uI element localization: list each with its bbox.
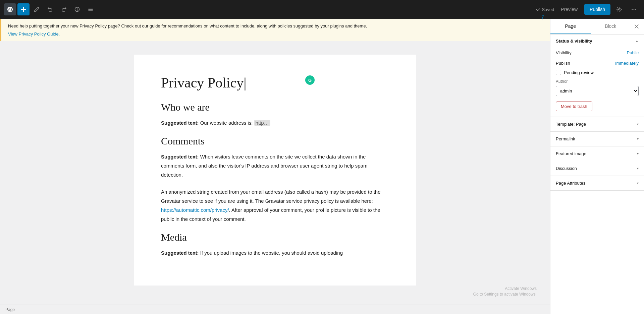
pending-review-checkbox[interactable] — [556, 70, 561, 75]
featured-image-header[interactable]: Featured image ▾ — [550, 146, 644, 161]
toolbar-right: Saved Preview Publish — [536, 3, 640, 15]
wp-logo[interactable] — [4, 3, 16, 15]
info-button[interactable] — [71, 3, 83, 15]
status-bar: Page — [0, 305, 550, 314]
permalink-section: Permalink ▾ — [550, 132, 644, 146]
svg-point-2 — [632, 9, 633, 10]
body-text-comments-1: Suggested text: When visitors leave comm… — [161, 152, 389, 179]
tab-page[interactable]: Page — [550, 19, 591, 34]
discussion-section: Discussion ▾ — [550, 161, 644, 176]
author-label: Author — [556, 79, 639, 84]
template-section: Template: Page ▾ — [550, 117, 644, 132]
sidebar-scroll: Status & visibility ▲ Visibility Public … — [550, 35, 644, 314]
page-attributes-chevron: ▾ — [637, 181, 639, 185]
undo-button[interactable] — [44, 3, 56, 15]
editor-area: Need help putting together your new Priv… — [0, 19, 550, 314]
visibility-label: Visibility — [556, 50, 572, 55]
section-heading-comments: Comments — [161, 135, 389, 147]
close-sidebar-button[interactable] — [631, 20, 643, 33]
discussion-chevron: ▾ — [637, 167, 639, 170]
sidebar: Page Block Status & visibility ▲ Visibil… — [550, 19, 644, 314]
more-options-button[interactable] — [628, 3, 640, 15]
publish-value[interactable]: Immediately — [615, 61, 639, 66]
publish-button[interactable]: Publish — [584, 4, 610, 15]
visibility-value[interactable]: Public — [627, 50, 639, 55]
activate-windows-watermark: Activate Windows Go to Settings to activ… — [473, 286, 537, 297]
page-attributes-title: Page Attributes — [556, 181, 585, 186]
permalink-title: Permalink — [556, 136, 575, 141]
settings-button[interactable] — [613, 3, 625, 15]
editor-content: Privacy Policy Who we are Suggested text… — [134, 55, 416, 286]
notice-text: Need help putting together your new Priv… — [8, 23, 367, 28]
pending-review-row: Pending review — [556, 68, 639, 78]
discussion-title: Discussion — [556, 166, 577, 171]
edit-button[interactable] — [31, 3, 43, 15]
visibility-row: Visibility Public — [556, 48, 639, 58]
publish-row: Publish Immediately — [556, 58, 639, 68]
body-text-comments-2: An anonymized string created from your e… — [161, 187, 389, 224]
content-scroll[interactable]: Privacy Policy Who we are Suggested text… — [0, 41, 550, 305]
svg-point-1 — [619, 9, 620, 10]
page-attributes-header[interactable]: Page Attributes ▾ — [550, 176, 644, 190]
status-visibility-header[interactable]: Status & visibility ▲ — [550, 35, 644, 48]
sidebar-header: Page Block — [550, 19, 644, 35]
grammarly-icon: G — [305, 75, 315, 85]
page-attributes-section: Page Attributes ▾ — [550, 176, 644, 191]
permalink-chevron: ▾ — [637, 137, 639, 141]
toolbar: Saved Preview Publish ↑ — [0, 0, 644, 19]
body-text-who-we-are: Suggested text: Our website address is: … — [161, 118, 389, 127]
author-select[interactable]: admin — [556, 86, 639, 96]
featured-image-chevron: ▾ — [637, 152, 639, 155]
featured-image-title: Featured image — [556, 151, 586, 156]
notice-banner: Need help putting together your new Priv… — [0, 19, 550, 41]
toolbar-left — [4, 3, 97, 15]
svg-point-3 — [634, 9, 635, 10]
publish-label: Publish — [556, 61, 570, 66]
move-to-trash-button[interactable]: Move to trash — [556, 102, 592, 111]
section-heading-who-we-are: Who we are — [161, 102, 389, 113]
redo-button[interactable] — [58, 3, 70, 15]
add-block-button[interactable] — [17, 3, 30, 15]
saved-indicator: Saved — [536, 7, 554, 12]
pending-review-label: Pending review — [564, 70, 594, 75]
preview-button[interactable]: Preview — [557, 5, 582, 14]
page-title[interactable]: Privacy Policy — [161, 75, 389, 91]
template-header[interactable]: Template: Page ▾ — [550, 117, 644, 131]
permalink-header[interactable]: Permalink ▾ — [550, 132, 644, 146]
template-title: Template: Page — [556, 122, 586, 127]
discussion-header[interactable]: Discussion ▾ — [550, 161, 644, 176]
status-visibility-title: Status & visibility — [556, 39, 592, 44]
featured-image-section: Featured image ▾ — [550, 146, 644, 161]
svg-point-4 — [635, 9, 636, 10]
status-visibility-content: Visibility Public Publish Immediately Pe… — [550, 48, 644, 117]
main-layout: Need help putting together your new Priv… — [0, 19, 644, 314]
author-section: Author admin — [556, 78, 639, 99]
tab-block[interactable]: Block — [591, 19, 631, 34]
section-heading-media: Media — [161, 232, 389, 243]
status-visibility-chevron: ▲ — [635, 39, 639, 43]
template-chevron: ▾ — [637, 122, 639, 126]
status-label: Page — [5, 307, 15, 312]
list-view-button[interactable] — [85, 3, 97, 15]
body-text-media: Suggested text: If you upload images to … — [161, 248, 389, 257]
notice-link[interactable]: View Privacy Policy Guide. — [8, 31, 543, 38]
status-visibility-section: Status & visibility ▲ Visibility Public … — [550, 35, 644, 117]
